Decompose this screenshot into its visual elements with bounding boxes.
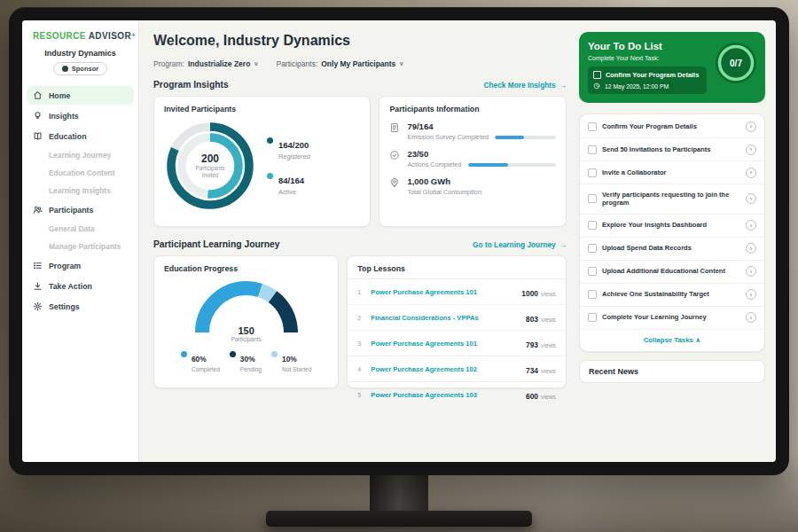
- todo-task-row[interactable]: Verify participants requesting to join t…: [580, 184, 764, 215]
- sidebar-item-home[interactable]: Home: [27, 86, 134, 105]
- task-checkbox[interactable]: [588, 290, 597, 299]
- lesson-link[interactable]: Power Purchase Agreements 101: [371, 340, 520, 348]
- collapse-tasks-link[interactable]: Collapse Tasks ∧: [580, 330, 764, 350]
- learning-journey-cards: Education Progress 150 Participants: [153, 255, 567, 388]
- sidebar-item-manage-participants[interactable]: Manage Participants: [27, 239, 134, 254]
- sidebar-item-learning-journey[interactable]: Learning Journey: [27, 147, 134, 163]
- legend-item-pending: 30% Pending: [230, 349, 262, 372]
- task-checkbox[interactable]: [588, 267, 597, 276]
- logo-resource: RESOURCE: [33, 31, 86, 41]
- check-more-insights-link[interactable]: Check More Insights →: [484, 81, 567, 90]
- todo-due: 12 May 2025, 12:00 PM: [593, 82, 701, 90]
- chevron-right-icon[interactable]: ›: [746, 193, 756, 204]
- todo-tasks-card: Confirm Your Program Details › Send 50 I…: [579, 113, 765, 352]
- chevron-right-icon[interactable]: ›: [746, 312, 756, 323]
- lesson-row: 3 Power Purchase Agreements 101 793views: [348, 331, 566, 356]
- task-checkbox[interactable]: [588, 194, 597, 203]
- go-to-learning-journey-link[interactable]: Go to Learning Journey →: [473, 240, 567, 249]
- todo-task-row[interactable]: Upload Additional Educational Content ›: [580, 261, 764, 284]
- education-progress-card: Education Progress 150 Participants: [153, 255, 339, 388]
- todo-panel: Your To Do List Complete Your Next Task:…: [577, 20, 776, 462]
- todo-summary-card: Your To Do List Complete Your Next Task:…: [579, 32, 765, 103]
- todo-task-row[interactable]: Complete Your Learning Journey ›: [580, 307, 764, 330]
- participants-filter-value: Only My Participants: [321, 59, 395, 68]
- actions-icon: [389, 150, 400, 160]
- task-checkbox[interactable]: [588, 168, 597, 177]
- chevron-right-icon[interactable]: ›: [746, 266, 756, 277]
- download-icon: [33, 281, 43, 291]
- chevron-right-icon[interactable]: ›: [746, 220, 756, 231]
- task-checkbox[interactable]: [593, 71, 601, 79]
- task-checkbox[interactable]: [588, 221, 597, 230]
- todo-task-row[interactable]: Explore Your Insights Dashboard ›: [580, 215, 764, 238]
- home-icon: [33, 90, 43, 100]
- sponsor-label: Sponsor: [72, 65, 98, 73]
- sidebar-item-participants[interactable]: Participants: [27, 200, 134, 219]
- task-checkbox[interactable]: [588, 313, 597, 322]
- sidebar-item-education[interactable]: Education: [27, 127, 134, 145]
- invited-donut-chart: 200 Participants Invited: [164, 120, 256, 212]
- info-row-survey: 79/164 Emission Survey Completed: [389, 121, 556, 141]
- lesson-link[interactable]: Financial Considerations - VPPAs: [371, 314, 520, 322]
- education-legend: 60% Completed 30% Pending: [164, 349, 328, 372]
- gauge-legend-dot: [271, 351, 278, 357]
- sidebar-item-settings[interactable]: Settings: [27, 297, 134, 316]
- lesson-link[interactable]: Power Purchase Agreements 102: [371, 365, 520, 373]
- sidebar-item-program[interactable]: Program: [27, 256, 134, 275]
- arrow-right-icon: →: [559, 81, 567, 90]
- program-filter[interactable]: Program: Industrialize Zero ∨: [153, 59, 258, 68]
- sidebar-item-learning-insights[interactable]: Learning Insights: [27, 183, 134, 199]
- lesson-link[interactable]: Power Purchase Agreements 103: [371, 391, 520, 399]
- actions-progress-bar: [468, 163, 556, 167]
- legend-item-active: 84/164 Active: [267, 171, 310, 196]
- legend-item-registered: 164/200 Registered: [267, 136, 310, 160]
- lessons-card-title: Top Lessons: [348, 256, 566, 279]
- recent-news-header: Recent News: [579, 360, 765, 383]
- todo-task-row[interactable]: Upload Spend Data Records ›: [580, 238, 764, 261]
- sponsor-badge[interactable]: Sponsor: [53, 62, 107, 75]
- task-checkbox[interactable]: [588, 122, 597, 131]
- todo-task-row[interactable]: Invite a Collaborator ›: [580, 161, 764, 184]
- info-row-consumption: 1,000 GWh Total Global Consumption: [389, 176, 556, 196]
- lesson-row: 2 Financial Considerations - VPPAs 803vi…: [348, 305, 566, 331]
- lesson-link[interactable]: Power Purchase Agreements 101: [371, 288, 515, 296]
- people-icon: [33, 205, 43, 215]
- sidebar-item-education-content[interactable]: Education Content: [27, 165, 134, 181]
- todo-task-row[interactable]: Achieve One Sustainability Target ›: [580, 284, 764, 307]
- monitor-stand-base: [266, 511, 532, 527]
- chevron-right-icon[interactable]: ›: [746, 168, 756, 178]
- sidebar-item-general-data[interactable]: General Data: [27, 221, 134, 237]
- chevron-right-icon[interactable]: ›: [746, 289, 756, 300]
- chevron-down-icon: ∨: [254, 60, 258, 67]
- chevron-right-icon[interactable]: ›: [746, 121, 756, 132]
- info-card-title: Participants Information: [389, 105, 556, 113]
- todo-next-task[interactable]: Confirm Your Program Details 12 May 2025…: [588, 66, 707, 94]
- todo-task-row[interactable]: Send 50 Invitations to Participants ›: [580, 138, 764, 161]
- info-progress-fill: [468, 163, 509, 167]
- legend-item-completed: 60% Completed: [181, 349, 220, 372]
- program-insights-cards: Invited Participants 200: [153, 96, 567, 227]
- sidebar-nav: Home Insights Education Learning Journey…: [22, 86, 138, 316]
- chevron-right-icon[interactable]: ›: [746, 243, 756, 254]
- lightbulb-icon: [33, 111, 43, 121]
- sidebar-item-take-action[interactable]: Take Action: [27, 277, 134, 295]
- todo-progress-value: 0/7: [716, 43, 756, 83]
- program-insights-header: Program Insights Check More Insights →: [153, 80, 567, 90]
- chevron-down-icon: ∨: [399, 60, 403, 67]
- info-row-actions: 23/50 Actions Completed: [389, 149, 556, 168]
- learning-journey-header: Participant Learning Journey Go to Learn…: [153, 239, 567, 249]
- participants-filter[interactable]: Participants: Only My Participants ∨: [276, 59, 403, 68]
- sidebar-item-insights[interactable]: Insights: [27, 106, 134, 125]
- task-checkbox[interactable]: [588, 145, 597, 154]
- participants-information-card: Participants Information 79/164 Emission…: [379, 96, 567, 227]
- education-card-title: Education Progress: [164, 264, 328, 273]
- gauge-legend-dot: [230, 351, 236, 357]
- chevron-right-icon[interactable]: ›: [746, 145, 756, 155]
- todo-progress-ring: 0/7: [716, 43, 756, 83]
- lesson-row: 1 Power Purchase Agreements 101 1000view…: [348, 279, 566, 305]
- task-checkbox[interactable]: [588, 244, 597, 253]
- todo-task-row[interactable]: Confirm Your Program Details ›: [580, 115, 764, 138]
- filters-bar: Program: Industrialize Zero ∨ Participan…: [153, 59, 567, 68]
- monitor-stand-neck: [370, 472, 428, 516]
- app-logo: RESOURCE ADVISOR+: [22, 29, 138, 41]
